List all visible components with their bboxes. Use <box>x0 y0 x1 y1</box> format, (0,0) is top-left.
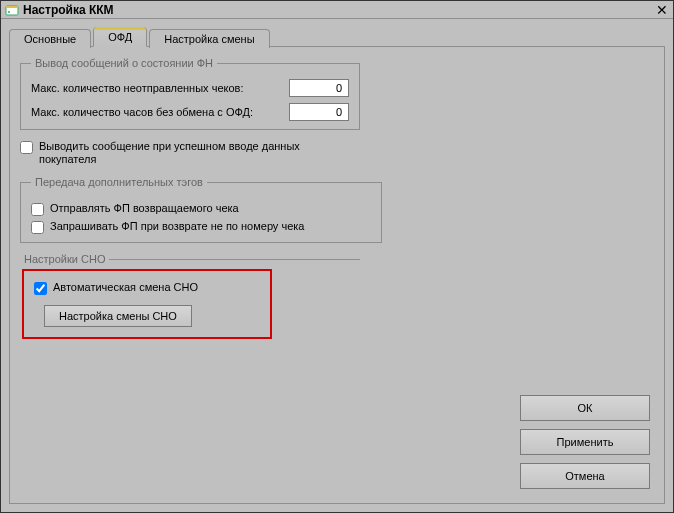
svg-rect-1 <box>6 6 18 8</box>
extra-tags-group: Передача дополнительных тэгов Отправлять… <box>20 176 382 243</box>
max-unsent-input[interactable] <box>289 79 349 97</box>
max-hours-label: Макс. количество часов без обмена с ОФД: <box>31 106 253 118</box>
tab-body: Вывод сообщений о состоянии ФН Макс. кол… <box>9 46 665 504</box>
ok-button[interactable]: ОК <box>520 395 650 421</box>
svg-point-2 <box>8 11 10 13</box>
sno-legend: Настройки СНО <box>20 253 109 265</box>
fn-status-group: Вывод сообщений о состоянии ФН Макс. кол… <box>20 57 360 130</box>
max-hours-input[interactable] <box>289 103 349 121</box>
sno-highlight: Автоматическая смена СНО Настройка смены… <box>22 269 272 339</box>
ask-fp-on-return-label: Запрашивать ФП при возврате не по номеру… <box>50 220 304 233</box>
close-icon[interactable]: ✕ <box>655 3 669 17</box>
auto-sno-label: Автоматическая смена СНО <box>53 281 198 294</box>
app-icon <box>5 3 19 17</box>
extra-tags-legend: Передача дополнительных тэгов <box>31 176 207 188</box>
tabstrip: Основные ОФД Настройка смены <box>9 25 665 47</box>
sno-group: Настройки СНО Автоматическая смена СНО Н… <box>20 253 360 349</box>
tab-shift[interactable]: Настройка смены <box>149 29 269 48</box>
sno-settings-button[interactable]: Настройка смены СНО <box>44 305 192 327</box>
send-fp-returned-checkbox[interactable] <box>31 203 44 216</box>
success-msg-checkbox[interactable] <box>20 141 33 154</box>
max-unsent-label: Макс. количество неотправленных чеков: <box>31 82 243 94</box>
success-msg-option: Выводить сообщение при успешном вводе да… <box>20 140 360 166</box>
tab-main[interactable]: Основные <box>9 29 91 48</box>
fn-status-legend: Вывод сообщений о состоянии ФН <box>31 57 217 69</box>
dialog-buttons: ОК Применить Отмена <box>520 395 650 489</box>
tab-ofd[interactable]: ОФД <box>93 27 147 47</box>
content-area: Основные ОФД Настройка смены Вывод сообщ… <box>1 19 673 512</box>
success-msg-label: Выводить сообщение при успешном вводе да… <box>39 140 360 166</box>
apply-button[interactable]: Применить <box>520 429 650 455</box>
window: Настройка ККМ ✕ Основные ОФД Настройка с… <box>0 0 674 513</box>
window-title: Настройка ККМ <box>23 3 655 17</box>
ask-fp-on-return-checkbox[interactable] <box>31 221 44 234</box>
send-fp-returned-label: Отправлять ФП возвращаемого чека <box>50 202 239 215</box>
cancel-button[interactable]: Отмена <box>520 463 650 489</box>
auto-sno-checkbox[interactable] <box>34 282 47 295</box>
titlebar: Настройка ККМ ✕ <box>1 1 673 19</box>
